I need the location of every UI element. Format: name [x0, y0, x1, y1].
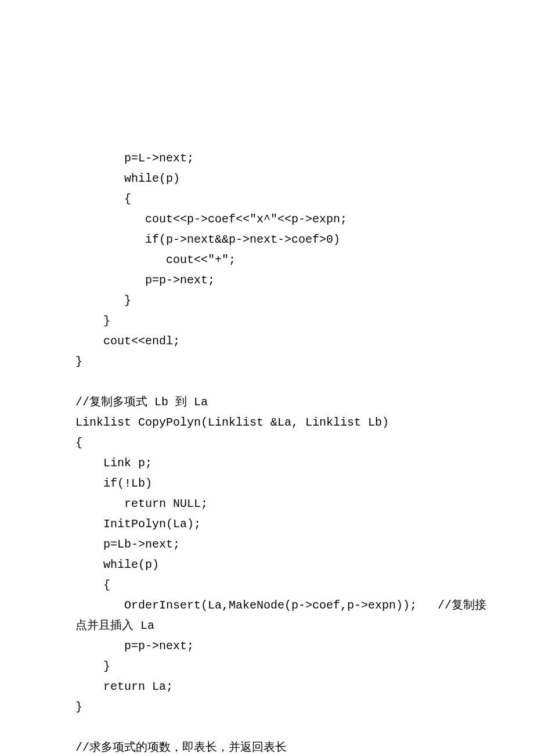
code-line: }	[75, 290, 459, 311]
code-line: cout<<endl;	[75, 331, 459, 351]
code-line: }	[75, 697, 459, 717]
code-line: p=Lb->next;	[75, 534, 459, 555]
code-line: cout<<"+";	[75, 250, 459, 270]
code-line	[75, 717, 459, 737]
code-line: while(p)	[75, 555, 459, 575]
code-line: }	[75, 656, 459, 676]
code-line	[75, 372, 459, 392]
code-line: InitPolyn(La);	[75, 514, 459, 534]
code-line: p=p->next;	[75, 270, 459, 290]
code-line: return NULL;	[75, 494, 459, 514]
code-line: cout<<p->coef<<"x^"<<p->expn;	[75, 209, 459, 229]
code-line: {	[75, 189, 459, 209]
code-line: //复制多项式 Lb 到 La	[75, 392, 459, 412]
code-document: p=L->next; while(p) { cout<<p->coef<<"x^…	[75, 148, 459, 756]
code-line: {	[75, 575, 459, 595]
code-line: }	[75, 311, 459, 331]
code-line: while(p)	[75, 168, 459, 189]
code-line: p=p->next;	[75, 636, 459, 656]
code-line: {	[75, 433, 459, 453]
code-line: p=L->next;	[75, 148, 459, 168]
code-line: //求多项式的项数，即表长，并返回表长	[75, 737, 459, 756]
code-line: }	[75, 351, 459, 372]
code-line: return La;	[75, 676, 459, 697]
code-line: 点并且插入 La	[75, 615, 459, 636]
code-line: OrderInsert(La,MakeNode(p->coef,p->expn)…	[75, 595, 459, 615]
code-line: Link p;	[75, 453, 459, 473]
code-line: if(p->next&&p->next->coef>0)	[75, 229, 459, 250]
code-line: Linklist CopyPolyn(Linklist &La, Linklis…	[75, 412, 459, 433]
code-line: if(!Lb)	[75, 473, 459, 494]
